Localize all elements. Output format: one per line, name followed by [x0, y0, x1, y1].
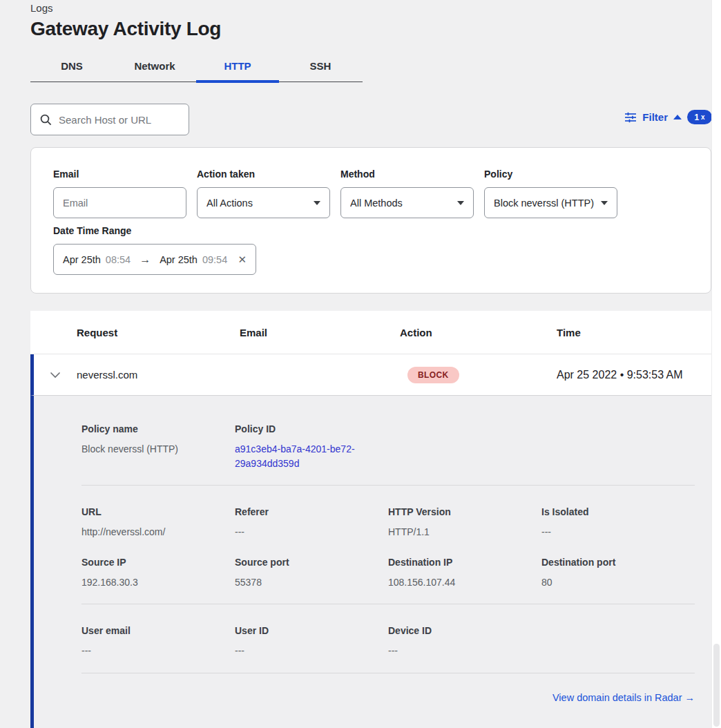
detail-value: Block neverssl (HTTP) [81, 442, 235, 457]
clear-filters-icon[interactable]: x [701, 113, 705, 121]
column-action: Action [400, 327, 557, 338]
detail-value: HTTP/1.1 [388, 525, 541, 539]
detail-value: --- [235, 525, 388, 539]
row-request: neverssl.com [77, 369, 240, 381]
method-select[interactable]: All Methods [340, 187, 474, 218]
method-label: Method [340, 169, 474, 180]
detail-policy-id: Policy ID a91c3eb4-ba7a-4201-be72-29a934… [235, 423, 388, 471]
detail-label: User email [81, 625, 235, 636]
detail-label: URL [81, 506, 235, 517]
detail-user-email: User email --- [81, 625, 235, 658]
section-divider [81, 673, 695, 673]
breadcrumb[interactable]: Logs [30, 2, 53, 14]
radar-link-row: View domain details in Radar → [81, 691, 695, 704]
http-section: URL http://neverssl.com/ Referer --- HTT… [81, 506, 695, 539]
policy-section: Policy name Block neverssl (HTTP) Policy… [81, 423, 695, 471]
detail-label: Policy name [81, 423, 235, 434]
detail-url: URL http://neverssl.com/ [81, 506, 235, 539]
table-row[interactable]: neverssl.com BLOCK Apr 25 2022 • 9:53:53… [30, 354, 711, 396]
status-badge: BLOCK [407, 367, 459, 383]
detail-value: --- [541, 525, 695, 539]
detail-value: 108.156.107.44 [388, 575, 541, 590]
row-action: BLOCK [400, 367, 557, 383]
filter-count-badge[interactable]: 1 x [687, 110, 712, 124]
row-time: Apr 25 2022 • 9:53:53 AM [557, 369, 711, 381]
policy-id-link[interactable]: a91c3eb4-ba7a-4201-be72-29a934dd359d [235, 442, 373, 471]
date-range-label: Date Time Range [53, 225, 256, 236]
column-time: Time [557, 327, 711, 338]
filter-bar: Filter 1 x [624, 110, 712, 124]
filter-lines-icon [624, 112, 637, 123]
clear-date-icon[interactable]: ✕ [238, 253, 247, 266]
detail-value: --- [235, 644, 388, 658]
detail-destination-ip: Destination IP 108.156.107.44 [388, 557, 541, 590]
policy-label: Policy [484, 169, 617, 180]
search-icon [40, 114, 52, 126]
filter-panel: Email Action taken All Actions Method Al… [30, 147, 711, 294]
start-time[interactable]: 08:54 [106, 254, 131, 265]
row-details-panel: Policy name Block neverssl (HTTP) Policy… [30, 396, 711, 728]
policy-select[interactable]: Block neverssl (HTTP) [484, 187, 617, 218]
tab-dns[interactable]: DNS [30, 50, 113, 82]
row-expander[interactable] [34, 372, 77, 379]
user-section: User email --- User ID --- Device ID --- [81, 625, 695, 658]
detail-value: 55378 [235, 575, 388, 590]
action-taken-label: Action taken [197, 169, 330, 180]
network-section: Source IP 192.168.30.3 Source port 55378… [81, 557, 695, 590]
search-box[interactable] [30, 104, 189, 135]
table-header: Request Email Action Time [30, 311, 711, 354]
collapse-caret-icon[interactable] [673, 115, 682, 119]
filter-count: 1 [694, 113, 699, 122]
action-taken-select[interactable]: All Actions [197, 187, 330, 218]
scrollbar-track [711, 0, 721, 728]
policy-value: Block neverssl (HTTP) [494, 198, 597, 209]
section-divider [81, 604, 695, 604]
detail-value: http://neverssl.com/ [81, 525, 235, 539]
detail-label: Referer [235, 506, 388, 517]
detail-is-isolated: Is Isolated --- [541, 506, 695, 539]
end-time[interactable]: 09:54 [202, 254, 227, 265]
detail-http-version: HTTP Version HTTP/1.1 [388, 506, 541, 539]
detail-label: Policy ID [235, 423, 388, 434]
filter-button[interactable]: Filter [642, 111, 668, 123]
detail-source-ip: Source IP 192.168.30.3 [81, 557, 235, 590]
detail-value: 192.168.30.3 [81, 575, 235, 590]
detail-referer: Referer --- [235, 506, 388, 539]
scrollbar-thumb[interactable] [713, 644, 720, 727]
column-request: Request [77, 327, 240, 338]
arrow-right-icon: → [140, 253, 151, 266]
detail-label: Source port [235, 557, 388, 568]
detail-label: Destination port [541, 557, 695, 568]
tab-bar: DNS Network HTTP SSH [30, 50, 363, 82]
detail-policy-name: Policy name Block neverssl (HTTP) [81, 423, 235, 471]
detail-label: User ID [235, 625, 388, 636]
page-title: Gateway Activity Log [30, 18, 221, 40]
section-divider [81, 485, 695, 486]
chevron-down-icon [314, 201, 320, 205]
detail-label: Is Isolated [541, 506, 695, 517]
start-date[interactable]: Apr 25th [63, 254, 101, 265]
detail-label: HTTP Version [388, 506, 541, 517]
end-date[interactable]: Apr 25th [160, 254, 198, 265]
column-email: Email [240, 327, 400, 338]
detail-value: 80 [541, 575, 695, 590]
detail-destination-port: Destination port 80 [541, 557, 695, 590]
detail-device-id: Device ID --- [388, 625, 541, 658]
search-input[interactable] [59, 114, 176, 126]
detail-label: Source IP [81, 557, 235, 568]
detail-label: Destination IP [388, 557, 541, 568]
date-range-field[interactable]: Apr 25th 08:54 → Apr 25th 09:54 ✕ [53, 244, 256, 275]
email-filter-field[interactable] [53, 187, 186, 218]
tab-ssh[interactable]: SSH [279, 50, 362, 82]
chevron-down-icon [50, 372, 61, 379]
radar-link[interactable]: View domain details in Radar → [552, 692, 695, 703]
tab-network[interactable]: Network [113, 50, 196, 82]
detail-value: --- [81, 644, 235, 658]
detail-source-port: Source port 55378 [235, 557, 388, 590]
detail-user-id: User ID --- [235, 625, 388, 658]
method-value: All Methods [350, 198, 453, 209]
chevron-down-icon [457, 201, 464, 205]
email-filter-input[interactable] [63, 198, 177, 209]
tab-http[interactable]: HTTP [196, 50, 279, 82]
detail-value: --- [388, 644, 541, 658]
